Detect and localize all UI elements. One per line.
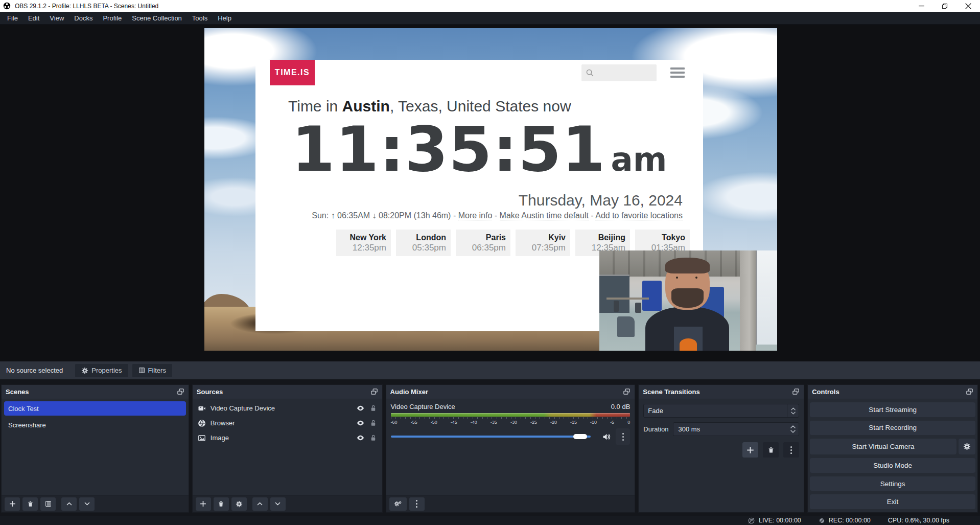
filters-button[interactable]: Filters	[132, 364, 172, 377]
lock-toggle-icon[interactable]	[369, 404, 377, 412]
sources-title: Sources	[197, 388, 223, 396]
webcam-overlay	[599, 250, 777, 351]
trash-icon	[767, 446, 775, 453]
menu-tools[interactable]: Tools	[187, 12, 213, 24]
volume-meter	[391, 413, 631, 417]
remove-source-button[interactable]	[214, 497, 229, 511]
make-default-link: Make Austin time default	[500, 211, 589, 220]
gear-icon	[963, 443, 971, 450]
status-bar: LIVE: 00:00:00 REC: 00:00:00 CPU: 0.6%, …	[0, 516, 980, 525]
move-scene-up-button[interactable]	[61, 497, 77, 511]
meter-tick-marks	[391, 417, 631, 419]
popout-icon[interactable]	[792, 388, 800, 396]
chevron-down-icon	[791, 412, 796, 415]
menu-profile[interactable]: Profile	[98, 12, 127, 24]
visibility-toggle-icon[interactable]	[356, 419, 365, 427]
source-properties-button[interactable]	[231, 497, 247, 511]
image-icon	[198, 434, 206, 442]
advanced-audio-button[interactable]	[389, 497, 407, 511]
double-gear-icon	[394, 500, 402, 508]
scene-item-clock-test[interactable]: Clock Test	[4, 401, 186, 416]
spin-down-icon[interactable]	[790, 430, 796, 433]
globe-icon	[198, 419, 206, 427]
remove-transition-button[interactable]	[763, 442, 779, 458]
visibility-toggle-icon[interactable]	[356, 404, 365, 413]
restore-icon	[942, 3, 948, 9]
transition-value: Fade	[644, 407, 787, 415]
plus-icon	[200, 500, 206, 507]
city-card: London05:35pm	[396, 230, 451, 256]
visibility-toggle-icon[interactable]	[356, 433, 365, 442]
rec-timer: REC: 00:00:00	[829, 517, 871, 524]
gear-icon	[81, 367, 88, 374]
title-bar: OBS 29.1.2 - Profile: LLHLS BETA - Scene…	[0, 0, 980, 12]
properties-button[interactable]: Properties	[75, 364, 128, 377]
menu-edit[interactable]: Edit	[23, 12, 44, 24]
transition-kebab-button[interactable]	[783, 442, 799, 458]
popout-icon[interactable]	[623, 388, 631, 396]
separator: -	[589, 211, 595, 220]
mixer-channel-name: Video Capture Device	[391, 403, 455, 410]
restore-button[interactable]	[933, 0, 956, 12]
clock-time: 11:35:51	[292, 113, 606, 186]
city-card: Paris06:35pm	[456, 230, 510, 256]
program-canvas[interactable]: TIME.IS Time in Austin, Texas, United St…	[204, 28, 777, 351]
transition-select[interactable]: Fade	[643, 404, 799, 418]
menu-docks[interactable]: Docks	[69, 12, 98, 24]
city-card: New York12:35pm	[336, 230, 391, 256]
start-streaming-button[interactable]: Start Streaming	[810, 402, 975, 417]
source-item-video-capture[interactable]: Video Capture Device	[193, 401, 382, 416]
trash-icon	[218, 500, 224, 507]
settings-button[interactable]: Settings	[810, 476, 975, 491]
duration-spinbox[interactable]: 300 ms	[673, 422, 799, 436]
popout-icon[interactable]	[966, 388, 973, 396]
cpu-fps-stats: CPU: 0.6%, 30.00 fps	[888, 517, 949, 524]
source-status-text: No source selected	[6, 367, 63, 374]
move-source-up-button[interactable]	[252, 497, 268, 511]
more-info-link: More info	[458, 211, 493, 220]
scene-transitions-panel: Scene Transitions Fade Duration 300 ms	[638, 384, 804, 513]
add-scene-button[interactable]	[5, 497, 20, 511]
scene-filters-button[interactable]	[40, 497, 56, 511]
volume-slider-handle[interactable]	[573, 434, 587, 439]
menu-scene-collection[interactable]: Scene Collection	[127, 12, 187, 24]
mixer-toolbar-kebab-button[interactable]	[409, 497, 425, 511]
controls-panel: Controls Start Streaming Start Recording…	[807, 384, 978, 513]
scene-item-screenshare[interactable]: Screenshare	[4, 418, 186, 432]
move-scene-down-button[interactable]	[79, 497, 95, 511]
remove-scene-button[interactable]	[22, 497, 38, 511]
speaker-icon[interactable]	[602, 432, 611, 441]
menu-file[interactable]: File	[2, 12, 23, 24]
volume-slider[interactable]	[391, 431, 598, 442]
studio-mode-button[interactable]: Studio Mode	[810, 458, 975, 473]
mixer-title: Audio Mixer	[390, 388, 428, 396]
filter-icon	[45, 500, 52, 507]
lock-toggle-icon[interactable]	[369, 419, 377, 427]
virtual-camera-settings-button[interactable]	[959, 439, 975, 454]
popout-icon[interactable]	[370, 388, 378, 396]
menu-help[interactable]: Help	[213, 12, 237, 24]
dock-area: Scenes Clock Test Screenshare Sources Vi…	[0, 379, 980, 516]
start-virtual-camera-button[interactable]: Start Virtual Camera	[810, 439, 956, 454]
add-source-button[interactable]	[196, 497, 211, 511]
minimize-icon	[919, 3, 924, 9]
menu-view[interactable]: View	[44, 12, 69, 24]
move-source-down-button[interactable]	[270, 497, 286, 511]
spin-up-icon[interactable]	[790, 425, 796, 428]
add-transition-button[interactable]	[742, 442, 758, 458]
separator: -	[451, 211, 458, 220]
trash-icon	[27, 500, 34, 507]
mixer-kebab-button[interactable]	[616, 428, 630, 445]
hamburger-menu-icon	[670, 67, 685, 78]
controls-title: Controls	[812, 388, 839, 396]
source-item-browser[interactable]: Browser	[193, 416, 382, 430]
city-card: Kyiv07:35pm	[516, 230, 570, 256]
close-button[interactable]	[956, 0, 980, 12]
lock-toggle-icon[interactable]	[369, 434, 377, 442]
exit-button[interactable]: Exit	[810, 494, 975, 509]
window-title: OBS 29.1.2 - Profile: LLHLS BETA - Scene…	[15, 3, 158, 10]
minimize-button[interactable]	[909, 0, 933, 12]
popout-icon[interactable]	[177, 388, 184, 396]
source-item-image[interactable]: Image	[193, 430, 382, 445]
start-recording-button[interactable]: Start Recording	[810, 421, 975, 436]
